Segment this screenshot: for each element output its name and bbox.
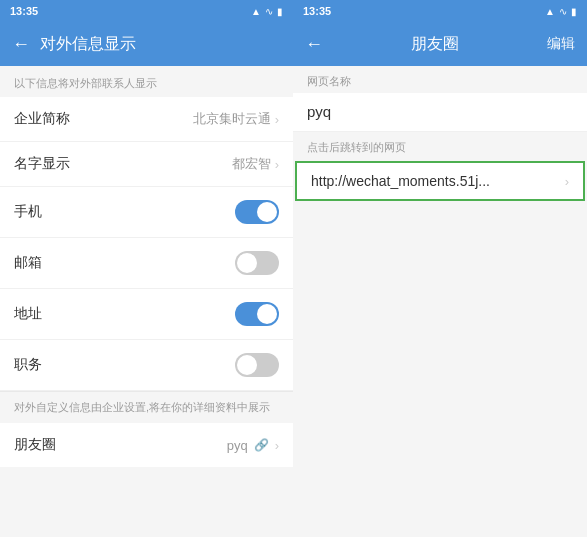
toggle-email-knob [237,253,257,273]
list-item-address[interactable]: 地址 [0,289,293,340]
left-status-icons: ▲ ∿ ▮ [251,6,283,17]
list-item-email[interactable]: 邮箱 [0,238,293,289]
field1-label: 网页名称 [293,66,587,93]
right-back-button[interactable]: ← [305,34,323,55]
item-label-title: 职务 [14,356,42,374]
form-section: 网页名称 pyq 点击后跳转到的网页 http://wechat_moments… [293,66,587,203]
field2-input-wrapper[interactable]: http://wechat_moments.51j... › [295,161,585,201]
signal-icon: ▲ [251,6,261,17]
left-header-title: 对外信息显示 [40,34,136,55]
right-nav: ← 朋友圈 编辑 [293,22,587,66]
field2-value: http://wechat_moments.51j... [311,173,490,189]
right-status-bar: 13:35 ▲ ∿ ▮ [293,0,587,22]
section-hint: 以下信息将对外部联系人显示 [0,66,293,97]
list-item-name[interactable]: 名字显示 都宏智 › [0,142,293,187]
chevron-icon-name: › [275,157,279,172]
right-wifi-icon: ∿ [559,6,567,17]
right-panel: 13:35 ▲ ∿ ▮ ← 朋友圈 编辑 网页名称 pyq 点击后跳转到的网页 … [293,0,587,537]
toggle-address[interactable] [235,302,279,326]
item-label-address: 地址 [14,305,42,323]
right-header-title: 朋友圈 [411,34,459,55]
list-item-phone[interactable]: 手机 [0,187,293,238]
toggle-address-knob [257,304,277,324]
item-label-company: 企业简称 [14,110,70,128]
left-panel: 13:35 ▲ ∿ ▮ ← 对外信息显示 以下信息将对外部联系人显示 企业简称 … [0,0,293,537]
moments-label: 朋友圈 [14,436,56,454]
item-label-phone: 手机 [14,203,42,221]
toggle-phone-knob [257,202,277,222]
item-label-email: 邮箱 [14,254,42,272]
battery-icon: ▮ [277,6,283,17]
list-item-company[interactable]: 企业简称 北京集时云通 › [0,97,293,142]
chevron-icon-company: › [275,112,279,127]
left-header: ← 对外信息显示 [0,22,293,66]
toggle-title-knob [237,355,257,375]
moments-right: pyq 🔗 › [227,438,279,453]
chevron-icon-moments: › [275,438,279,453]
left-status-bar: 13:35 ▲ ∿ ▮ [0,0,293,22]
right-status-icons: ▲ ∿ ▮ [545,6,577,17]
moments-item[interactable]: 朋友圈 pyq 🔗 › [0,423,293,467]
section-divider: 对外自定义信息由企业设置,将在你的详细资料中展示 [0,391,293,423]
right-status-time: 13:35 [303,5,331,17]
settings-list: 企业简称 北京集时云通 › 名字显示 都宏智 › 手机 邮箱 [0,97,293,391]
field2-label: 点击后跳转到的网页 [293,132,587,159]
wifi-icon: ∿ [265,6,273,17]
toggle-phone[interactable] [235,200,279,224]
item-label-name: 名字显示 [14,155,70,173]
field1-value: pyq [307,103,331,120]
list-item-title[interactable]: 职务 [0,340,293,391]
field1-input-wrapper[interactable]: pyq [293,93,587,132]
item-value-name: 都宏智 › [232,155,279,173]
right-signal-icon: ▲ [545,6,555,17]
right-battery-icon: ▮ [571,6,577,17]
left-status-time: 13:35 [10,5,38,17]
moments-value: pyq [227,438,248,453]
edit-button[interactable]: 编辑 [547,35,575,53]
back-button[interactable]: ← [12,34,30,55]
toggle-email[interactable] [235,251,279,275]
chevron-icon-url: › [565,174,569,189]
item-value-company: 北京集时云通 › [193,110,279,128]
link-icon: 🔗 [254,438,269,452]
toggle-title[interactable] [235,353,279,377]
